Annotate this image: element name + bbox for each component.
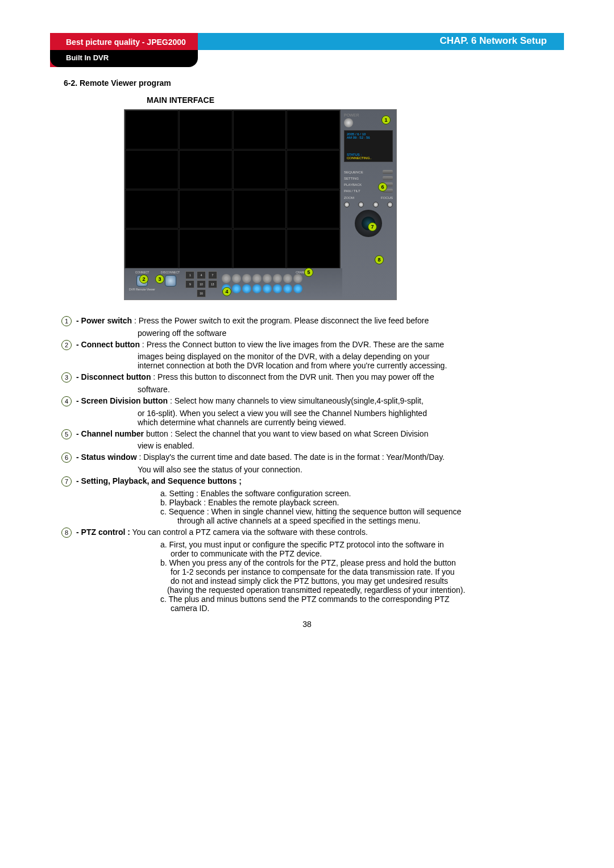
chapter-tab: CHAP. 6 Network Setup <box>198 33 564 50</box>
status-value: CONNECTING.. <box>347 156 390 160</box>
item-text: - Screen Division button : Select how ma… <box>76 395 564 408</box>
focus-label: FOCUS <box>381 196 393 200</box>
item-8-b2: for 1-2 seconds per instance to compensa… <box>171 567 564 576</box>
item-7-b: b. Playback : Enables the remote playbac… <box>160 498 564 507</box>
item-8-b4: (having the requested operation transmit… <box>167 585 564 595</box>
callout-8: 8 <box>375 255 384 264</box>
item-8-a2: order to communicate with the PTZ device… <box>171 549 564 558</box>
item-1: 1 - Power switch : Press the Power switc… <box>50 315 564 327</box>
channel-buttons <box>222 274 310 293</box>
status-block: 2005 / 6 / 10 AM 09 : 52 : 56 STATUS : C… <box>344 130 393 162</box>
zoom-plus-icon <box>344 202 350 207</box>
item-5-cont: view is enabled. <box>138 441 564 450</box>
split-7: 7 <box>208 271 217 279</box>
item-number: 6 <box>61 452 72 463</box>
split-16: 16 <box>197 289 206 297</box>
page-number: 38 <box>50 620 564 629</box>
item-8-a1: a. First, you must input or configure th… <box>160 540 564 549</box>
subsection-heading: MAIN INTERFACE <box>147 95 564 105</box>
item-number: 1 <box>61 316 72 326</box>
main-interface-screenshot: POWER 2005 / 6 / 10 AM 09 : 52 : 56 STAT… <box>124 109 397 300</box>
item-text: - Channel number button : Select the cha… <box>76 428 564 441</box>
callout-7: 7 <box>368 222 377 231</box>
zoom-minus-icon <box>358 202 364 207</box>
item-8-c1: c. The plus and minus buttons send the P… <box>160 595 564 604</box>
pantilt-label: PAN / TILT <box>344 189 360 193</box>
disconnect-col: DISCONNECT <box>160 271 181 297</box>
viewer-label: DVR Remote Viewer <box>129 288 155 291</box>
item-7-a: a. Setting : Enables the software config… <box>160 489 564 498</box>
section-heading: 6-2. Remote Viewer program <box>64 78 564 88</box>
item-3-cont: software. <box>138 385 564 394</box>
zoom-label: ZOOM <box>344 196 354 200</box>
split-13: 13 <box>208 280 217 288</box>
item-4-cont: or 16-split). When you select a view you… <box>138 409 564 418</box>
video-grid <box>125 110 341 269</box>
item-7-c2: through all active channels at a speed s… <box>177 516 564 525</box>
item-number: 8 <box>61 528 72 538</box>
split-1: 1 <box>185 271 194 279</box>
division-col: 1 4 7 9 10 13 16 <box>184 271 218 297</box>
callout-5: 5 <box>304 268 313 277</box>
disconnect-label: DISCONNECT <box>161 271 180 274</box>
item-8: 8 - PTZ control : You can control a PTZ … <box>50 526 564 539</box>
item-2: 2 - Connect button : Press the Connect b… <box>50 339 564 351</box>
side-panel: POWER 2005 / 6 / 10 AM 09 : 52 : 56 STAT… <box>341 110 396 300</box>
callout-3: 3 <box>155 275 164 284</box>
item-2-cont: images being displayed on the monitor of… <box>138 352 564 361</box>
item-2-cont2: internet connection at both the DVR loca… <box>138 361 564 370</box>
item-number: 3 <box>61 372 72 383</box>
item-text: - Power switch : Press the Power switch … <box>76 315 564 327</box>
setting-button <box>383 176 393 180</box>
header-tabs: CHAP. 6 Network Setup Best picture quali… <box>50 33 564 67</box>
channel-col: CHANNEL <box>222 271 310 297</box>
item-text: - PTZ control : You can control a PTZ ca… <box>76 526 564 539</box>
item-1-cont: powering off the software <box>138 329 564 338</box>
power-icon <box>344 118 353 127</box>
item-number: 5 <box>61 429 72 439</box>
item-6-cont: You will also see the status of your con… <box>138 465 564 474</box>
split-10: 10 <box>197 280 206 288</box>
main-title: Best picture quality - JPEG2000 <box>66 38 186 47</box>
callout-4: 4 <box>222 287 231 296</box>
item-text: - Connect button : Press the Connect but… <box>76 339 564 351</box>
focus-minus-icon <box>387 202 393 207</box>
split-4: 4 <box>197 271 206 279</box>
item-4-cont2: which determine what channels are curren… <box>138 418 564 427</box>
item-5: 5 - Channel number button : Select the c… <box>50 428 564 441</box>
item-text: - Disconnect button : Press this button … <box>76 371 564 384</box>
subtitle-tab: Built In DVR <box>50 50 198 67</box>
disconnect-button-icon <box>165 275 176 286</box>
sequence-button <box>383 170 393 174</box>
item-7: 7 - Setting, Playback, and Sequence butt… <box>50 475 564 488</box>
split-9: 9 <box>185 280 194 288</box>
item-text: - Status window : Display's the current … <box>76 451 564 464</box>
item-8-b3: do not and instead simply click the PTZ … <box>171 576 564 585</box>
item-8-b1: b. When you press any of the controls fo… <box>160 558 564 567</box>
callout-6: 6 <box>378 182 387 192</box>
sub-title: Built In DVR <box>66 53 109 62</box>
item-6: 6 - Status window : Display's the curren… <box>50 451 564 464</box>
item-8-c2: camera ID. <box>171 604 564 613</box>
callout-1: 1 <box>381 115 391 124</box>
item-4: 4 - Screen Division button : Select how … <box>50 395 564 408</box>
item-number: 7 <box>61 476 72 487</box>
item-number: 4 <box>61 396 72 406</box>
chapter-title: CHAP. 6 Network Setup <box>439 35 547 46</box>
item-3: 3 - Disconnect button : Press this butto… <box>50 371 564 384</box>
page: CHAP. 6 Network Setup Best picture quali… <box>0 0 614 868</box>
explanations: 1 - Power switch : Press the Power switc… <box>50 315 564 613</box>
callout-2: 2 <box>139 275 148 284</box>
setting-label: SETTING <box>344 177 359 180</box>
sequence-label: SEQUENCE <box>344 171 363 174</box>
item-text: - Setting, Playback, and Sequence button… <box>76 475 564 488</box>
item-7-c1: c. Sequence : When in single channel vie… <box>160 507 564 516</box>
item-number: 2 <box>61 340 72 350</box>
playback-label: PLAYBACK <box>344 183 362 186</box>
connect-label: CONNECT <box>135 271 150 274</box>
focus-plus-icon <box>373 202 379 207</box>
